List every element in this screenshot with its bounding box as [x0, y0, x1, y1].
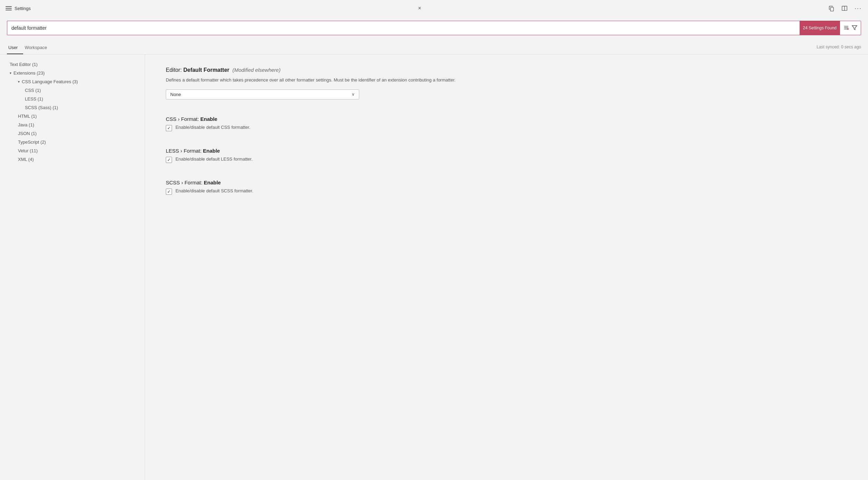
sidebar-item-typescript[interactable]: TypeScript (2)	[0, 138, 145, 146]
setting-less-format-enable: LESS › Format: Enable Enable/disable def…	[166, 148, 847, 163]
sidebar-item-label: Vetur (11)	[18, 148, 38, 153]
tabs-left: User Workspace	[7, 39, 53, 54]
setting-title: Editor: Default Formatter (Modified else…	[166, 67, 847, 73]
scss-format-enable-checkbox[interactable]	[166, 189, 172, 195]
more-icon-button[interactable]: ···	[854, 4, 862, 13]
setting-editor-default-formatter: Editor: Default Formatter (Modified else…	[166, 67, 847, 99]
sidebar-item-vetur[interactable]: Vetur (11)	[0, 146, 145, 155]
last-synced: Last synced: 0 secs ago	[817, 45, 861, 49]
clear-filter-icon[interactable]	[843, 25, 849, 31]
setting-css-format-enable: CSS › Format: Enable Enable/disable defa…	[166, 116, 847, 131]
tabs-row: User Workspace Last synced: 0 secs ago	[0, 39, 868, 55]
copy-icon	[828, 5, 834, 11]
hamburger-icon[interactable]	[6, 6, 12, 10]
css-format-enable-checkbox[interactable]	[166, 125, 172, 131]
svg-marker-8	[852, 26, 857, 30]
sidebar-item-xml[interactable]: XML (4)	[0, 155, 145, 164]
sidebar-item-json[interactable]: JSON (1)	[0, 129, 145, 138]
sidebar-item-label: SCSS (Sass) (1)	[25, 105, 58, 110]
setting-sub-title: CSS › Format: Enable	[166, 116, 847, 122]
more-icon: ···	[855, 5, 862, 12]
sidebar-item-label: Text Editor (1)	[10, 62, 38, 67]
sidebar-item-label: LESS (1)	[25, 96, 43, 102]
sidebar: Text Editor (1) ▾ Extensions (23) ▾ CSS …	[0, 55, 145, 480]
chevron-icon: ▾	[18, 80, 20, 84]
sidebar-item-text-editor[interactable]: Text Editor (1)	[0, 60, 145, 69]
setting-sub-title: LESS › Format: Enable	[166, 148, 847, 154]
sidebar-item-label: CSS (1)	[25, 88, 41, 93]
search-results-badge: 24 Settings Found	[800, 21, 840, 35]
sidebar-item-css-language-features[interactable]: ▾ CSS Language Features (3)	[0, 77, 145, 86]
svg-rect-0	[830, 7, 833, 11]
sidebar-item-java[interactable]: Java (1)	[0, 121, 145, 129]
setting-scss-format-enable: SCSS › Format: Enable Enable/disable def…	[166, 180, 847, 195]
dropdown-value: None	[170, 92, 181, 97]
default-formatter-dropdown[interactable]: None ∨	[166, 89, 359, 99]
checkbox-label: Enable/disable default CSS formatter.	[175, 125, 250, 130]
chevron-down-icon: ∨	[352, 92, 355, 97]
sidebar-item-label: Extensions (23)	[13, 70, 45, 76]
sidebar-item-label: TypeScript (2)	[18, 140, 46, 145]
sidebar-item-label: Java (1)	[18, 122, 34, 127]
search-input[interactable]	[7, 25, 800, 31]
layout-icon-button[interactable]	[841, 4, 848, 12]
layout-icon	[841, 5, 848, 11]
sidebar-item-scss-sass[interactable]: SCSS (Sass) (1)	[0, 103, 145, 112]
checkbox-row: Enable/disable default CSS formatter.	[166, 125, 847, 131]
settings-content: Editor: Default Formatter (Modified else…	[145, 55, 868, 480]
sidebar-item-label: CSS Language Features (3)	[22, 79, 78, 84]
search-bar: 24 Settings Found	[7, 21, 861, 35]
checkbox-row: Enable/disable default SCSS formatter.	[166, 188, 847, 195]
title-bar-actions: ···	[828, 4, 862, 13]
tab-workspace[interactable]: Workspace	[23, 39, 53, 54]
filter-icon[interactable]	[852, 25, 857, 31]
chevron-icon: ▾	[10, 71, 11, 75]
setting-sub-title: SCSS › Format: Enable	[166, 180, 847, 185]
checkbox-label: Enable/disable default SCSS formatter.	[175, 188, 253, 193]
sidebar-item-css[interactable]: CSS (1)	[0, 86, 145, 95]
copy-icon-button[interactable]	[828, 4, 835, 12]
sidebar-item-html[interactable]: HTML (1)	[0, 112, 145, 121]
title-bar: Settings × ···	[0, 0, 868, 17]
sidebar-item-label: JSON (1)	[18, 131, 37, 136]
checkbox-label: Enable/disable default LESS formatter.	[175, 156, 252, 162]
setting-description: Defines a default formatter which takes …	[166, 77, 477, 84]
less-format-enable-checkbox[interactable]	[166, 157, 172, 163]
sidebar-item-label: HTML (1)	[18, 114, 37, 119]
search-filter-icons	[840, 25, 861, 31]
checkbox-row: Enable/disable default LESS formatter.	[166, 156, 847, 163]
tab-user[interactable]: User	[7, 39, 23, 54]
title-bar-title: Settings	[15, 6, 415, 11]
close-button[interactable]: ×	[418, 6, 421, 11]
sidebar-item-label: XML (4)	[18, 157, 34, 162]
main-layout: Text Editor (1) ▾ Extensions (23) ▾ CSS …	[0, 55, 868, 480]
sidebar-item-less[interactable]: LESS (1)	[0, 95, 145, 103]
sidebar-item-extensions[interactable]: ▾ Extensions (23)	[0, 69, 145, 77]
